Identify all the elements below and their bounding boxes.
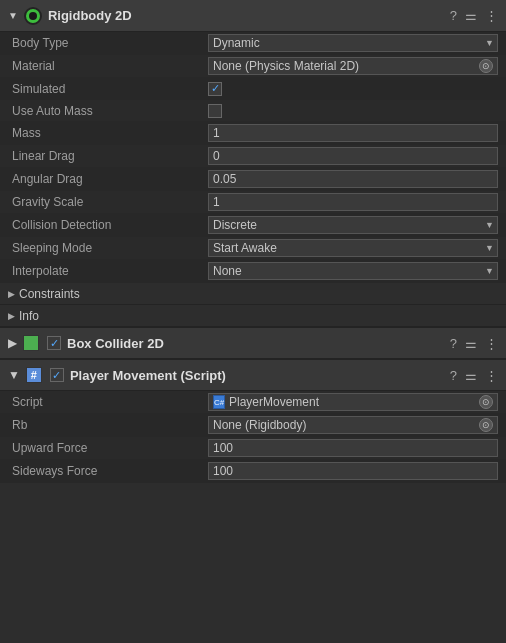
rigidbody2d-icon [24, 7, 42, 25]
sideways-force-input[interactable] [208, 462, 498, 480]
constraints-label: Constraints [19, 287, 80, 301]
player-movement-help-icon[interactable]: ? [450, 368, 457, 383]
player-movement-arrow[interactable]: ▼ [8, 368, 20, 382]
collision-detection-select-wrapper: Discrete Continuous ▼ [208, 216, 498, 234]
info-arrow: ▶ [8, 311, 15, 321]
collapse-arrow[interactable]: ▼ [8, 10, 18, 21]
sleeping-mode-select[interactable]: Never Sleep Start Awake Start Sleeping [208, 239, 498, 257]
rigidbody2d-title: Rigidbody 2D [48, 8, 444, 23]
help-icon[interactable]: ? [450, 8, 457, 23]
sleeping-mode-label: Sleeping Mode [8, 241, 208, 255]
material-value-wrapper: None (Physics Material 2D) ⊙ [208, 57, 498, 75]
use-auto-mass-label: Use Auto Mass [8, 104, 208, 118]
player-movement-icon: # [26, 367, 42, 383]
script-value: PlayerMovement [229, 395, 475, 409]
box-collider-icon [23, 335, 39, 351]
material-value: None (Physics Material 2D) [213, 59, 475, 73]
box-collider-help-icon[interactable]: ? [450, 336, 457, 351]
interpolate-select-wrapper: None Interpolate Extrapolate ▼ [208, 262, 498, 280]
simulated-checkbox[interactable] [208, 82, 222, 96]
player-movement-title: Player Movement (Script) [70, 368, 444, 383]
material-picker-btn[interactable]: ⊙ [479, 59, 493, 73]
box-collider-header: ▶ Box Collider 2D ? ⚌ ⋮ [0, 327, 506, 359]
sleeping-mode-row: Sleeping Mode Never Sleep Start Awake St… [0, 237, 506, 260]
upward-force-label: Upward Force [8, 441, 208, 455]
interpolate-select[interactable]: None Interpolate Extrapolate [208, 262, 498, 280]
simulated-row: Simulated [0, 78, 506, 100]
collision-detection-row: Collision Detection Discrete Continuous … [0, 214, 506, 237]
script-value-wrapper: C# PlayerMovement ⊙ [208, 393, 498, 411]
script-file-icon: C# [213, 395, 225, 409]
upward-force-input[interactable] [208, 439, 498, 457]
material-label: Material [8, 59, 208, 73]
rb-value-wrapper: None (Rigidbody) ⊙ [208, 416, 498, 434]
rb-value: None (Rigidbody) [213, 418, 475, 432]
collision-detection-label: Collision Detection [8, 218, 208, 232]
body-type-select[interactable]: Dynamic Kinematic Static [208, 34, 498, 52]
rb-label: Rb [8, 418, 208, 432]
gravity-scale-row: Gravity Scale [0, 191, 506, 214]
rigidbody2d-header-icons: ? ⚌ ⋮ [450, 8, 498, 23]
simulated-label: Simulated [8, 82, 208, 96]
player-movement-header: ▼ # Player Movement (Script) ? ⚌ ⋮ [0, 359, 506, 391]
upward-force-row: Upward Force [0, 437, 506, 460]
material-row: Material None (Physics Material 2D) ⊙ [0, 55, 506, 78]
sideways-force-label: Sideways Force [8, 464, 208, 478]
player-movement-menu-icon[interactable]: ⋮ [485, 368, 498, 383]
angular-drag-input[interactable] [208, 170, 498, 188]
player-movement-enabled-checkbox[interactable] [50, 368, 64, 382]
body-type-label: Body Type [8, 36, 208, 50]
collision-detection-select[interactable]: Discrete Continuous [208, 216, 498, 234]
script-picker-btn[interactable]: ⊙ [479, 395, 493, 409]
angular-drag-row: Angular Drag [0, 168, 506, 191]
info-label: Info [19, 309, 39, 323]
rb-picker-btn[interactable]: ⊙ [479, 418, 493, 432]
body-type-row: Body Type Dynamic Kinematic Static ▼ [0, 32, 506, 55]
linear-drag-row: Linear Drag [0, 145, 506, 168]
linear-drag-input[interactable] [208, 147, 498, 165]
script-row: Script C# PlayerMovement ⊙ [0, 391, 506, 414]
box-collider-title: Box Collider 2D [67, 336, 444, 351]
linear-drag-label: Linear Drag [8, 149, 208, 163]
menu-icon[interactable]: ⋮ [485, 8, 498, 23]
body-type-select-wrapper: Dynamic Kinematic Static ▼ [208, 34, 498, 52]
script-label: Script [8, 395, 208, 409]
rigidbody2d-header: ▼ Rigidbody 2D ? ⚌ ⋮ [0, 0, 506, 32]
interpolate-label: Interpolate [8, 264, 208, 278]
constraints-row[interactable]: ▶ Constraints [0, 283, 506, 305]
player-movement-settings-icon[interactable]: ⚌ [465, 368, 477, 383]
mass-input[interactable] [208, 124, 498, 142]
settings-icon[interactable]: ⚌ [465, 8, 477, 23]
use-auto-mass-checkbox[interactable] [208, 104, 222, 118]
sideways-force-row: Sideways Force [0, 460, 506, 483]
info-row[interactable]: ▶ Info [0, 305, 506, 327]
gravity-scale-label: Gravity Scale [8, 195, 208, 209]
gravity-scale-input[interactable] [208, 193, 498, 211]
angular-drag-label: Angular Drag [8, 172, 208, 186]
box-collider-settings-icon[interactable]: ⚌ [465, 336, 477, 351]
rb-row: Rb None (Rigidbody) ⊙ [0, 414, 506, 437]
box-collider-enabled-checkbox[interactable] [47, 336, 61, 350]
mass-row: Mass [0, 122, 506, 145]
box-collider-header-icons: ? ⚌ ⋮ [450, 336, 498, 351]
constraints-arrow: ▶ [8, 289, 15, 299]
use-auto-mass-row: Use Auto Mass [0, 100, 506, 122]
box-collider-menu-icon[interactable]: ⋮ [485, 336, 498, 351]
player-movement-header-icons: ? ⚌ ⋮ [450, 368, 498, 383]
mass-label: Mass [8, 126, 208, 140]
box-collider-arrow[interactable]: ▶ [8, 336, 17, 350]
interpolate-row: Interpolate None Interpolate Extrapolate… [0, 260, 506, 283]
sleeping-mode-select-wrapper: Never Sleep Start Awake Start Sleeping ▼ [208, 239, 498, 257]
